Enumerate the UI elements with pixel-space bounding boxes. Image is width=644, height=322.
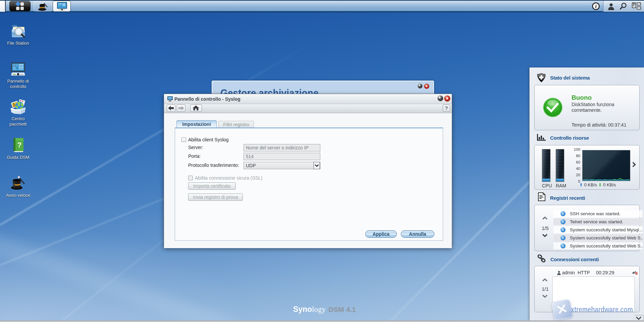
svg-text:?: ? bbox=[17, 141, 21, 149]
